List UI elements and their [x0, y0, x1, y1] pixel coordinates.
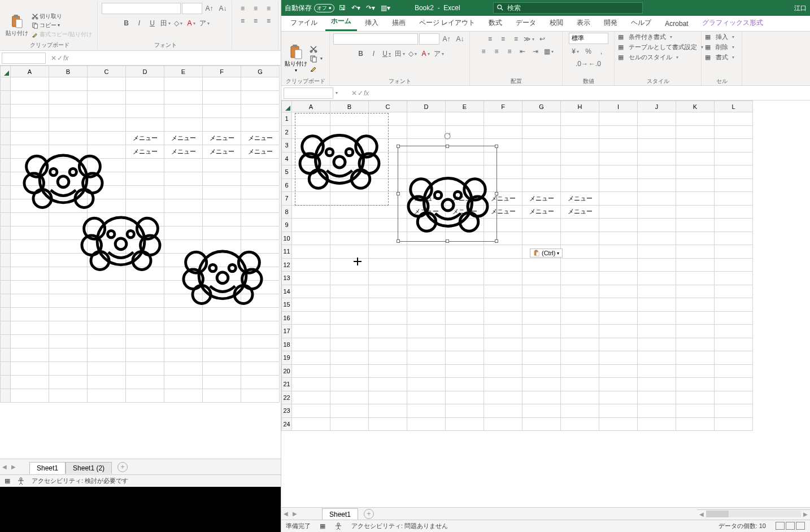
cell-B11[interactable]: [330, 245, 369, 259]
cell-B21[interactable]: [49, 348, 88, 362]
cell-G24[interactable]: [522, 417, 561, 431]
cell-C24[interactable]: [369, 417, 407, 431]
cell-J2[interactable]: [638, 125, 676, 139]
cell-F14[interactable]: [484, 285, 522, 298]
cell-G10[interactable]: [241, 199, 280, 213]
cell-L4[interactable]: [715, 152, 753, 165]
cell-F15[interactable]: [484, 298, 522, 312]
cell-D5[interactable]: メニュー: [126, 132, 164, 145]
cell-G15[interactable]: [241, 267, 280, 281]
cell-G4[interactable]: [241, 118, 280, 132]
cell-F21[interactable]: [203, 348, 241, 362]
cell-F23[interactable]: [484, 404, 522, 418]
cell-H11[interactable]: [561, 245, 599, 259]
cell-G12[interactable]: [241, 226, 280, 240]
decrease-font-button[interactable]: A↓: [217, 2, 229, 15]
col-L[interactable]: L: [715, 101, 753, 112]
cell-A1[interactable]: [11, 77, 49, 91]
cell-H10[interactable]: [561, 232, 599, 245]
cell-A5[interactable]: [11, 132, 49, 145]
cell-F9[interactable]: [203, 186, 241, 199]
cell-B4[interactable]: [49, 118, 88, 132]
cell-K22[interactable]: [676, 391, 715, 404]
cell-C7[interactable]: [88, 159, 126, 172]
cell-G11[interactable]: [241, 213, 280, 226]
cell-B9[interactable]: [330, 219, 369, 232]
cell-G18[interactable]: [241, 308, 280, 321]
cell-F13[interactable]: [203, 240, 241, 254]
cell-E14[interactable]: [164, 254, 203, 267]
cell-C21[interactable]: [88, 348, 126, 362]
cell-D14[interactable]: [407, 285, 446, 298]
cell-F2[interactable]: [484, 125, 522, 139]
cell-G9[interactable]: [522, 219, 561, 232]
cell-C1[interactable]: [88, 77, 126, 91]
cell-H22[interactable]: [561, 391, 599, 404]
phonetic-button[interactable]: ア: [198, 17, 211, 29]
cell-L10[interactable]: [715, 232, 753, 245]
cell-K10[interactable]: [676, 232, 715, 245]
cell-K1[interactable]: [676, 112, 715, 126]
col-H[interactable]: H: [561, 101, 599, 112]
cell-I8[interactable]: [599, 205, 638, 219]
cell-G3[interactable]: [522, 139, 561, 152]
row-12[interactable]: [1, 226, 11, 240]
insert-cells[interactable]: ▦挿入: [705, 33, 734, 41]
select-all-corner[interactable]: [282, 101, 292, 112]
cell-E18[interactable]: [164, 308, 203, 321]
cell-L8[interactable]: [715, 205, 753, 219]
cell-I21[interactable]: [599, 378, 638, 391]
col-I[interactable]: I: [599, 101, 638, 112]
cell-D12[interactable]: [407, 258, 446, 272]
align-center[interactable]: ≡: [250, 15, 262, 27]
cell-D19[interactable]: [407, 351, 446, 365]
cell-A23[interactable]: [11, 376, 49, 389]
cell-C6[interactable]: [88, 145, 126, 159]
cell-A2[interactable]: [292, 125, 330, 139]
cell-G1[interactable]: [241, 77, 280, 91]
cell-D19[interactable]: [126, 321, 164, 335]
cell-A8[interactable]: [292, 205, 330, 219]
cell-C21[interactable]: [369, 378, 407, 391]
cell-E18[interactable]: [446, 338, 484, 351]
cell-E3[interactable]: [164, 104, 203, 118]
row-22[interactable]: [1, 362, 11, 376]
row-1[interactable]: [1, 77, 11, 91]
right-grid[interactable]: A B C D E F G H I J K L 1234567メニューメニューメ…: [281, 101, 810, 507]
cell-A6[interactable]: [292, 178, 330, 192]
cell-B8[interactable]: [49, 172, 88, 186]
cell-A10[interactable]: [292, 232, 330, 245]
align-mid[interactable]: ≡: [250, 2, 262, 15]
cell-G6[interactable]: メニュー: [241, 145, 280, 159]
col-E[interactable]: E: [164, 66, 203, 77]
row-13[interactable]: [1, 240, 11, 254]
tab-data[interactable]: データ: [510, 16, 542, 31]
cell-E21[interactable]: [446, 378, 484, 391]
cell-D2[interactable]: [407, 125, 446, 139]
col-C[interactable]: C: [88, 66, 126, 77]
cell-D7[interactable]: メニュー: [407, 192, 446, 206]
row-20[interactable]: 20: [282, 364, 292, 378]
cell-E22[interactable]: [446, 391, 484, 404]
cell-A9[interactable]: [11, 186, 49, 199]
cell-A7[interactable]: [292, 192, 330, 206]
cell-K20[interactable]: [676, 364, 715, 378]
cell-G22[interactable]: [241, 362, 280, 376]
cell-A3[interactable]: [11, 104, 49, 118]
cell-B8[interactable]: [330, 205, 369, 219]
cell-D3[interactable]: [126, 104, 164, 118]
col-A[interactable]: A: [292, 101, 330, 112]
comma-button[interactable]: ,: [595, 45, 608, 58]
cell-F20[interactable]: [484, 364, 522, 378]
sheet-tab-2[interactable]: Sheet1 (2): [66, 462, 112, 474]
cell-F5[interactable]: メニュー: [203, 132, 241, 145]
cell-F12[interactable]: [484, 258, 522, 272]
font-color-button[interactable]: A: [420, 47, 432, 60]
cell-E16[interactable]: [164, 281, 203, 294]
cell-I19[interactable]: [599, 351, 638, 365]
cell-A18[interactable]: [292, 338, 330, 351]
cell-B15[interactable]: [49, 267, 88, 281]
cell-B18[interactable]: [330, 338, 369, 351]
col-F[interactable]: F: [484, 101, 522, 112]
cell-E12[interactable]: [446, 258, 484, 272]
